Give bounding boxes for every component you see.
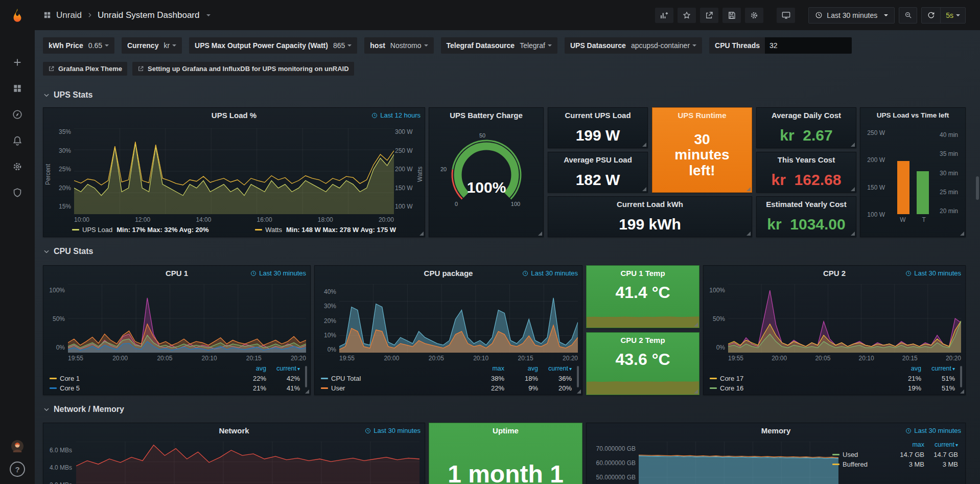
- legend-series-used[interactable]: Used: [832, 450, 891, 459]
- panel-title[interactable]: CPU 1 Temp: [587, 266, 699, 281]
- dashboard-link[interactable]: Grafana Plex Theme: [43, 62, 127, 76]
- tv-kiosk-button[interactable]: [777, 8, 795, 23]
- panel-title-cpu-1[interactable]: CPU 1 Last 30 minutes: [43, 266, 310, 281]
- panel-time-range[interactable]: Last 30 minutes: [365, 423, 421, 439]
- network-chart[interactable]: [76, 442, 419, 484]
- panel-title-ups-load[interactable]: UPS Load % Last 12 hours: [43, 108, 425, 123]
- ups-bars-chart[interactable]: [887, 128, 939, 214]
- legend-scrollbar[interactable]: [577, 366, 579, 387]
- panel-title[interactable]: Current Load kWh: [548, 197, 752, 212]
- legend-header-current[interactable]: current: [539, 364, 572, 373]
- panel-title-memory[interactable]: Memory Last 30 minutes: [587, 423, 965, 439]
- variable-value[interactable]: apcupsd-container: [631, 41, 696, 50]
- time-range-picker[interactable]: Last 30 minutes: [808, 7, 895, 24]
- refresh-interval-dropdown[interactable]: 5s: [941, 8, 965, 23]
- cpu-package-chart[interactable]: [339, 284, 578, 353]
- variable-host[interactable]: hostNostromo: [364, 37, 433, 54]
- legend-header-current[interactable]: current: [922, 364, 955, 373]
- variable-value[interactable]: 865: [333, 41, 352, 50]
- legend-series-core-16[interactable]: Core 16: [710, 384, 888, 393]
- legend-series-buffered[interactable]: Buffered: [832, 460, 891, 469]
- grafana-logo[interactable]: [0, 0, 35, 30]
- memory-chart[interactable]: [639, 442, 838, 484]
- y-axis-left: 100%50%0%: [708, 287, 725, 351]
- variable-value[interactable]: kr: [164, 41, 176, 50]
- axis-tick: 200 W: [867, 157, 885, 163]
- zoom-out-button[interactable]: [899, 7, 917, 24]
- panel-time-range[interactable]: Last 30 minutes: [250, 266, 306, 281]
- panel-title-uptime[interactable]: Uptime: [429, 423, 582, 439]
- section-ups-stats[interactable]: UPS Stats: [43, 90, 92, 100]
- breadcrumb-current[interactable]: Unraid System Dashboard: [98, 10, 199, 20]
- legend-scrollbar[interactable]: [960, 366, 962, 387]
- star-button[interactable]: [678, 8, 696, 23]
- legend-header-current[interactable]: current: [925, 441, 958, 449]
- variable-currency[interactable]: Currencykr: [122, 37, 182, 54]
- variable-value[interactable]: Nostromo: [390, 41, 428, 50]
- panel-title-cpu-package[interactable]: CPU package Last 30 minutes: [315, 266, 582, 281]
- variable-ups-datasource[interactable]: UPS Datasourceapcupsd-container: [565, 37, 702, 54]
- legend-header-current[interactable]: current: [267, 364, 300, 373]
- page-scrollbar-thumb[interactable]: [976, 176, 979, 200]
- legend-header-avg[interactable]: avg: [505, 364, 538, 373]
- panel-title[interactable]: Average PSU Load: [548, 152, 647, 168]
- axis-tick: 0%: [328, 347, 336, 353]
- legend-series-watts[interactable]: Watts Min: 148 W Max: 278 W Avg: 175 W: [255, 226, 396, 234]
- breadcrumb-root[interactable]: Unraid: [56, 10, 82, 20]
- variable-input[interactable]: [765, 37, 852, 54]
- panel-time-range[interactable]: Last 30 minutes: [905, 423, 961, 439]
- section-title: CPU Stats: [54, 247, 93, 256]
- panel-time-range[interactable]: Last 30 minutes: [905, 266, 961, 281]
- legend-header-avg[interactable]: avg: [889, 364, 921, 373]
- legend-series-core-1[interactable]: Core 1: [50, 374, 232, 383]
- dashboard-link[interactable]: Setting up Grafana and InfluxDB for UPS …: [132, 62, 354, 76]
- section-cpu-stats[interactable]: CPU Stats: [43, 247, 93, 256]
- panel-title-cpu-2[interactable]: CPU 2 Last 30 minutes: [704, 266, 965, 281]
- variable-telegraf-datasource[interactable]: Telegraf DatasourceTelegraf: [441, 37, 557, 54]
- panel-time-range[interactable]: Last 12 hours: [371, 108, 421, 123]
- dashboards-icon[interactable]: [11, 82, 24, 95]
- ups-load-chart[interactable]: [74, 128, 394, 214]
- help-icon[interactable]: ?: [10, 462, 25, 477]
- create-plus-icon[interactable]: [11, 56, 24, 68]
- legend-header-avg[interactable]: avg: [234, 364, 266, 373]
- panel-title-network[interactable]: Network Last 30 minutes: [43, 423, 425, 439]
- panel-time-range[interactable]: Last 30 minutes: [522, 266, 578, 281]
- explore-compass-icon[interactable]: [11, 108, 24, 121]
- legend-header-max[interactable]: max: [892, 441, 924, 449]
- panel-title[interactable]: CPU 2 Temp: [587, 333, 699, 348]
- chevron-down-icon[interactable]: [206, 14, 211, 16]
- variable-kwh-price[interactable]: kWh Price0.65: [43, 37, 114, 54]
- legend-scrollbar[interactable]: [305, 366, 307, 387]
- section-network-memory[interactable]: Network / Memory: [43, 405, 124, 414]
- panel-title[interactable]: Current UPS Load: [548, 108, 647, 123]
- refresh-button[interactable]: [922, 8, 940, 23]
- panel-title[interactable]: UPS Load vs Time left: [860, 108, 965, 123]
- settings-gear-button[interactable]: [745, 8, 763, 23]
- variable-value[interactable]: 0.65: [88, 41, 109, 50]
- panel-title-ups-battery[interactable]: UPS Battery Charge: [429, 108, 543, 123]
- panel-title[interactable]: UPS Runtime: [652, 108, 752, 123]
- y-axis-left: 40%30%20%10%0%: [319, 289, 336, 353]
- legend-header-max[interactable]: max: [472, 364, 504, 373]
- legend-series-ups-load[interactable]: UPS Load Min: 17% Max: 32% Avg: 20%: [72, 226, 209, 234]
- variable-value[interactable]: Telegraf: [520, 41, 552, 50]
- variable-ups-max-output-power-capacity-watt-[interactable]: UPS Max Output Power Capacity (Watt)865: [189, 37, 357, 54]
- save-button[interactable]: [722, 8, 741, 23]
- variable-cpu-threads[interactable]: CPU Threads: [709, 37, 852, 54]
- panel-title[interactable]: Average Daily Cost: [757, 108, 856, 123]
- legend-series-core-17[interactable]: Core 17: [710, 374, 888, 383]
- legend-series-user[interactable]: User: [321, 384, 471, 393]
- cpu1-chart[interactable]: [68, 284, 306, 353]
- alerting-bell-icon[interactable]: [11, 134, 24, 147]
- add-panel-button[interactable]: [655, 8, 673, 23]
- cpu2-chart[interactable]: [728, 284, 961, 353]
- server-admin-shield-icon[interactable]: [11, 187, 24, 199]
- panel-title[interactable]: Estimated Yearly Cost: [757, 197, 856, 212]
- configuration-gear-icon[interactable]: [11, 160, 24, 173]
- legend-series-cpu-total[interactable]: CPU Total: [321, 374, 471, 383]
- share-button[interactable]: [700, 8, 718, 23]
- legend-series-core-5[interactable]: Core 5: [50, 384, 232, 393]
- panel-title[interactable]: This Years Cost: [757, 152, 856, 168]
- user-avatar[interactable]: [11, 440, 24, 452]
